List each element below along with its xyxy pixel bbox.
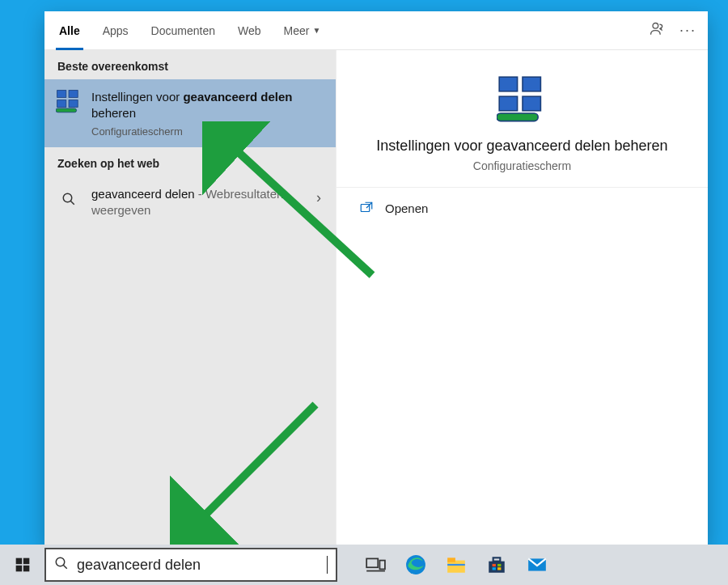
svg-rect-4 xyxy=(69,100,78,108)
taskbar-search[interactable] xyxy=(44,548,337,582)
svg-rect-19 xyxy=(23,558,29,565)
web-section-label: Zoeken op het web xyxy=(44,147,336,176)
tab-label: Apps xyxy=(103,24,129,37)
chevron-right-icon[interactable]: › xyxy=(313,186,324,210)
tab-label: Web xyxy=(238,24,261,37)
svg-point-6 xyxy=(63,193,72,202)
svg-rect-8 xyxy=(499,77,517,91)
sharing-settings-icon xyxy=(56,89,82,115)
svg-point-22 xyxy=(56,557,65,566)
svg-point-0 xyxy=(653,23,658,28)
tab-label: Documenten xyxy=(151,24,215,37)
start-button[interactable] xyxy=(0,545,44,585)
svg-rect-33 xyxy=(493,564,496,566)
search-flyout: Alle Apps Documenten Web Meer ▼ ··· Best… xyxy=(44,11,708,545)
detail-subtitle: Configuratiescherm xyxy=(361,159,684,172)
svg-rect-30 xyxy=(447,564,465,566)
svg-rect-36 xyxy=(497,567,501,570)
result-subtitle: Configuratiescherm xyxy=(91,125,324,138)
edge-app-icon[interactable] xyxy=(396,545,436,585)
svg-line-23 xyxy=(63,565,67,569)
open-icon xyxy=(359,201,374,215)
svg-rect-20 xyxy=(15,566,22,572)
svg-rect-13 xyxy=(361,205,370,212)
svg-rect-1 xyxy=(57,91,66,98)
svg-rect-25 xyxy=(379,561,385,570)
search-input[interactable] xyxy=(77,557,319,574)
taskbar xyxy=(0,545,728,585)
svg-rect-34 xyxy=(497,564,501,566)
svg-rect-24 xyxy=(366,558,378,567)
svg-rect-32 xyxy=(493,557,501,561)
detail-pane: Instellingen voor geavanceerd delen behe… xyxy=(336,50,708,545)
svg-rect-5 xyxy=(56,108,77,112)
microsoft-store-icon[interactable] xyxy=(476,545,517,585)
svg-rect-3 xyxy=(57,100,66,108)
text-caret xyxy=(327,556,328,574)
tab-label: Alle xyxy=(59,24,80,37)
svg-rect-2 xyxy=(69,91,78,98)
tab-web[interactable]: Web xyxy=(226,11,273,50)
ellipsis-icon[interactable]: ··· xyxy=(679,22,696,39)
web-result[interactable]: geavanceerd delen - Webresultaten weerge… xyxy=(44,176,336,229)
search-icon xyxy=(56,186,82,212)
svg-rect-35 xyxy=(493,567,496,570)
sharing-settings-icon xyxy=(497,74,548,126)
tab-label: Meer xyxy=(284,24,310,37)
best-match-label: Beste overeenkomst xyxy=(44,50,336,79)
tab-more[interactable]: Meer ▼ xyxy=(273,11,332,50)
svg-line-7 xyxy=(70,201,74,205)
web-result-title: geavanceerd delen - Webresultaten weerge… xyxy=(91,186,303,219)
open-label: Openen xyxy=(385,201,428,215)
svg-rect-18 xyxy=(15,558,22,565)
svg-rect-11 xyxy=(523,96,540,111)
results-column: Beste overeenkomst Instellingen voor gea… xyxy=(44,50,336,545)
svg-rect-31 xyxy=(489,562,505,573)
task-view-button[interactable] xyxy=(355,545,396,585)
svg-rect-9 xyxy=(523,77,540,91)
search-tabs: Alle Apps Documenten Web Meer ▼ ··· xyxy=(44,11,708,50)
tab-documents[interactable]: Documenten xyxy=(140,11,226,50)
svg-rect-10 xyxy=(499,96,517,111)
tab-all[interactable]: Alle xyxy=(48,11,91,50)
mail-app-icon[interactable] xyxy=(517,545,557,585)
open-action[interactable]: Openen xyxy=(336,188,708,228)
svg-rect-12 xyxy=(497,113,538,121)
detail-title: Instellingen voor geavanceerd delen behe… xyxy=(361,138,684,155)
svg-rect-29 xyxy=(447,557,455,562)
chevron-down-icon: ▼ xyxy=(312,26,320,35)
feedback-icon[interactable] xyxy=(649,21,665,40)
result-title: Instellingen voor geavanceerd delen behe… xyxy=(91,89,324,122)
file-explorer-icon[interactable] xyxy=(436,545,476,585)
svg-rect-28 xyxy=(447,561,465,573)
best-match-result[interactable]: Instellingen voor geavanceerd delen behe… xyxy=(44,79,336,147)
taskbar-pinned xyxy=(355,545,557,585)
tab-apps[interactable]: Apps xyxy=(91,11,140,50)
svg-rect-21 xyxy=(23,566,29,572)
search-icon xyxy=(54,556,69,574)
